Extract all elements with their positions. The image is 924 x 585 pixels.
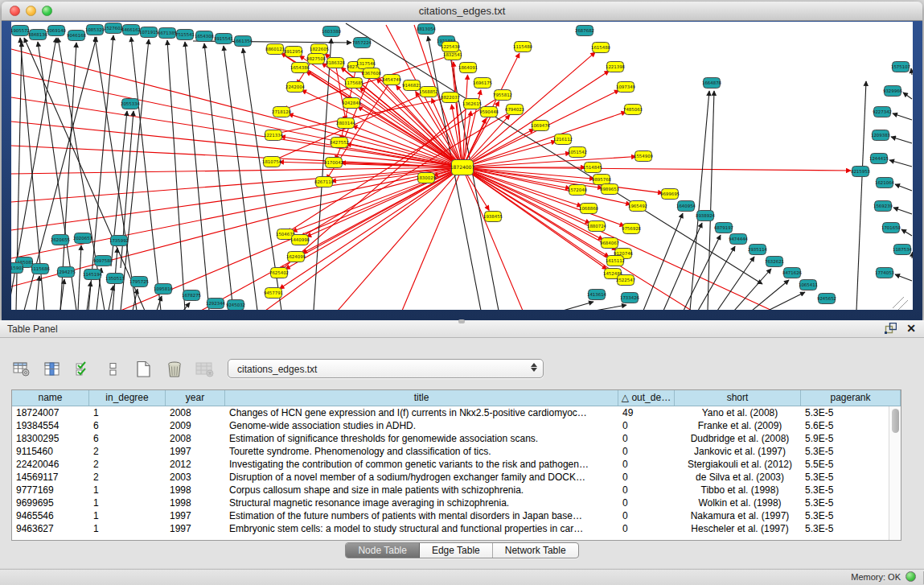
graph-node-selected[interactable]: 1568852 <box>419 87 438 97</box>
graph-edge[interactable] <box>643 213 683 310</box>
graph-node[interactable]: 1905572 <box>11 26 30 36</box>
graph-node-selected[interactable]: 8186328 <box>326 58 346 68</box>
graph-node-selected[interactable]: 9756928 <box>622 224 642 234</box>
tab-node-table[interactable]: Node Table <box>346 543 420 558</box>
graph-node[interactable]: 1701650 <box>881 223 901 233</box>
graph-edge[interactable] <box>891 137 912 143</box>
graph-node-selected[interactable]: 9684067 <box>600 238 619 249</box>
graph-node[interactable]: 1621064 <box>875 178 895 188</box>
graph-node[interactable]: 8938924 <box>696 211 716 221</box>
graph-node[interactable]: 1145194 <box>83 270 103 280</box>
graph-node-selected[interactable]: 1097349 <box>616 82 636 93</box>
graph-edge-selected[interactable] <box>462 75 467 167</box>
graph-node[interactable]: 1664878 <box>702 78 722 89</box>
graph-node-selected[interactable]: 1221398 <box>606 62 626 72</box>
tab-edge-table[interactable]: Edge Table <box>420 543 493 558</box>
graph-edge[interactable] <box>346 23 762 284</box>
graph-edge-selected[interactable] <box>281 104 472 270</box>
unselect-all-icon[interactable] <box>103 360 123 379</box>
graph-node[interactable]: 1413614 <box>587 290 607 300</box>
graph-node[interactable]: 1654308 <box>195 31 215 42</box>
graph-node[interactable]: 1774053 <box>875 268 894 278</box>
network-view[interactable]: 1905572884813620691409046168108532915276… <box>11 22 913 310</box>
graph-node[interactable]: 2055334 <box>121 99 141 109</box>
graph-edge[interactable] <box>185 42 209 310</box>
graph-node-selected[interactable]: 1440998 <box>290 235 310 245</box>
column-header-year[interactable]: year <box>166 390 225 406</box>
graph-node[interactable]: 8471626 <box>782 268 803 278</box>
graph-node[interactable]: 6466162 <box>121 25 141 35</box>
graph-node[interactable]: 1603380 <box>322 27 342 37</box>
graph-node-selected[interactable]: 9590448 <box>479 107 499 117</box>
graph-node-selected[interactable]: 1317546 <box>356 59 376 69</box>
table-scrollbar-thumb[interactable] <box>892 409 899 433</box>
graph-node-selected[interactable]: 1864091 <box>458 63 478 73</box>
graph-edge[interactable] <box>708 91 714 310</box>
graph-edge-selected[interactable] <box>462 153 570 167</box>
graph-node-selected[interactable]: 8912954 <box>284 47 304 57</box>
table-column-icon[interactable] <box>42 360 62 379</box>
graph-node-selected[interactable]: 9827508 <box>306 54 326 64</box>
memory-status-indicator[interactable] <box>906 571 916 582</box>
float-window-icon[interactable] <box>885 323 897 334</box>
graph-node-selected[interactable]: 2242004 <box>285 82 306 93</box>
graph-edge[interactable] <box>167 40 185 310</box>
graph-node-selected[interactable]: 1810754 <box>262 157 282 167</box>
graph-node[interactable]: 9329966 <box>883 86 903 97</box>
graph-node-selected[interactable]: 1115480 <box>513 42 533 52</box>
graph-node-selected[interactable]: 8989653 <box>600 184 619 195</box>
graph-edge[interactable] <box>121 39 149 310</box>
graph-edge[interactable] <box>911 68 912 75</box>
graph-node-selected[interactable]: 1554909 <box>634 151 654 162</box>
column-header-name[interactable]: name <box>12 390 89 406</box>
graph-node-selected[interactable]: 2367608 <box>362 68 382 79</box>
table-row[interactable]: 911546021997Tourette syndrome. Phenomeno… <box>12 445 901 458</box>
graph-node[interactable]: 9245032 <box>226 300 245 311</box>
graph-node-selected[interactable]: 9170042 <box>324 158 343 168</box>
graph-node-selected[interactable]: 1654386 <box>290 63 310 73</box>
graph-edge[interactable] <box>595 305 626 310</box>
graph-node-selected[interactable]: 1830029 <box>417 173 437 183</box>
graph-node-selected[interactable]: 1880724 <box>587 221 607 232</box>
graph-node-selected[interactable]: 1938455 <box>483 212 503 222</box>
graph-edge-selected[interactable] <box>462 141 556 167</box>
graph-node-selected[interactable]: 1216112 <box>553 134 573 145</box>
graph-node[interactable]: 1795725 <box>129 277 149 287</box>
graph-node-selected[interactable]: 7955812 <box>493 90 512 101</box>
graph-node[interactable]: 1733426 <box>620 293 640 303</box>
graph-node[interactable]: 1678275 <box>182 290 201 301</box>
table-scrollbar[interactable] <box>889 406 901 540</box>
table-row[interactable]: 969969511998Structural magnetic resonanc… <box>12 496 901 509</box>
graph-node-selected[interactable]: 8267110 <box>314 177 335 187</box>
graph-edge[interactable] <box>133 289 138 310</box>
graph-node[interactable]: 2020657 <box>73 233 92 244</box>
graph-edge-selected[interactable] <box>11 167 462 230</box>
graph-edge[interactable] <box>889 160 912 167</box>
graph-node-selected[interactable]: 18724007 <box>450 160 475 175</box>
panel-splitter-handle[interactable] <box>458 319 465 323</box>
graph-node-selected[interactable]: 8860123 <box>265 44 285 55</box>
table-row[interactable]: 977716911998Corpus callosum shape and si… <box>12 484 901 496</box>
graph-node[interactable]: 1209383 <box>871 130 890 141</box>
canvas-resize-grip[interactable] <box>893 297 904 308</box>
table-row[interactable]: 1872400712008Changes of HCN gene express… <box>12 406 901 419</box>
graph-node[interactable]: 8215953 <box>851 167 870 177</box>
graph-node-selected[interactable]: 2522547 <box>616 275 635 286</box>
graph-node[interactable]: 1527602 <box>104 23 123 34</box>
window-titlebar[interactable]: citations_edges.txt <box>2 2 922 21</box>
graph-node-selected[interactable]: 1051542 <box>568 147 587 158</box>
graph-node[interactable]: 2069140 <box>47 26 67 36</box>
table-row[interactable]: 946362711997Embryonic stem cells: a mode… <box>12 522 901 535</box>
graph-node[interactable]: 1350513 <box>105 274 125 284</box>
graph-node[interactable]: 1569239 <box>873 201 893 212</box>
graph-node-selected[interactable]: 1514845 <box>583 163 602 173</box>
graph-node-selected[interactable]: 1572040 <box>568 185 588 196</box>
graph-edge[interactable] <box>895 274 912 281</box>
graph-node[interactable]: 7857224 <box>352 38 372 48</box>
network-table-dropdown[interactable]: citations_edges.txt <box>228 359 544 378</box>
graph-node-selected[interactable]: 1696175 <box>473 78 492 89</box>
graph-node-selected[interactable]: 1624099 <box>286 252 306 262</box>
new-document-icon[interactable] <box>133 360 154 379</box>
close-panel-icon[interactable]: ✕ <box>906 323 916 334</box>
table-row[interactable]: 2242004622012Investigating the contribut… <box>12 458 901 471</box>
